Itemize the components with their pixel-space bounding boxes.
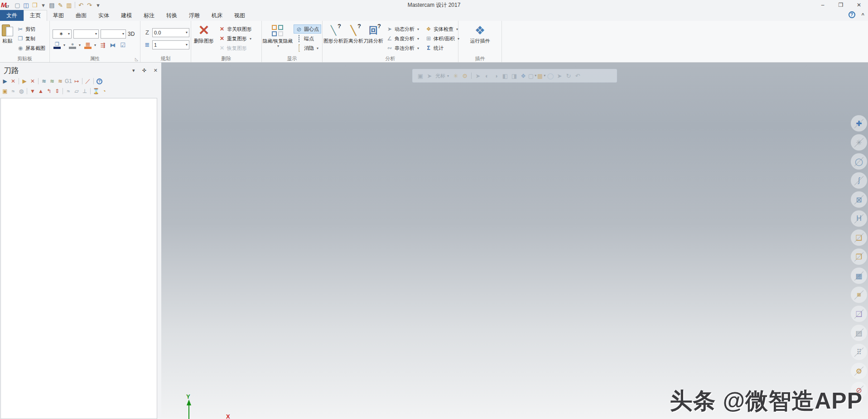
label-icon[interactable]: ❐: [851, 248, 867, 265]
tab-machine[interactable]: 机床: [206, 10, 228, 21]
hide-unhide-button[interactable]: 隐藏/恢复隐藏 ▾: [263, 22, 293, 55]
statistics-button[interactable]: Σ 统计: [423, 44, 462, 53]
validate-select-icon[interactable]: ➤: [555, 72, 564, 80]
mastercam-logo[interactable]: M 17: [1, 1, 12, 9]
analyze-entity-button[interactable]: ╲ ? 图形分析: [323, 22, 343, 55]
paste-button[interactable]: 粘贴: [1, 22, 14, 55]
collapse-ribbon-icon[interactable]: ^: [862, 12, 864, 18]
minimize-button[interactable]: –: [814, 0, 832, 10]
save-icon[interactable]: ◫: [22, 1, 30, 9]
analyze-dynamic-button[interactable]: ➤ 动态分析 ▾: [384, 24, 421, 34]
select-face-icon[interactable]: ◧: [501, 72, 509, 80]
insert-arrow-icon[interactable]: ↰: [45, 87, 53, 95]
graphics-viewport[interactable]: ▣➤ 光标 ▾ ✳⚙➤◐◑◧◨❖▢▾▩▾◯➤↻↶ ✚✳◯ʃ⊠H❏❐▦■❑▤⠿⚙⊘…: [161, 63, 868, 419]
create-point-icon[interactable]: ✚: [851, 115, 867, 132]
tab-wireframe[interactable]: 草图: [47, 10, 70, 21]
run-addin-button[interactable]: ❖ 运行插件: [468, 22, 493, 55]
settings-gear-icon[interactable]: ⚙: [851, 363, 867, 379]
regenerate-all-icon[interactable]: ≋: [40, 77, 48, 85]
checklist-panel-icon[interactable]: ▤: [851, 325, 867, 341]
help-icon[interactable]: ?: [849, 11, 855, 18]
select-toolpath-icon[interactable]: ▶: [20, 77, 29, 85]
range-select-icon[interactable]: ◯: [546, 72, 555, 80]
delete-entities-button[interactable]: ✕ 删除图形: [192, 22, 216, 55]
delete-duplicates-button[interactable]: ✕ 重复图形 ▾: [217, 34, 254, 43]
deselect-toolpath-icon[interactable]: ✕: [29, 77, 37, 85]
zip2go-icon[interactable]: ▥: [65, 1, 73, 9]
endpoints-toggle[interactable]: 端点: [294, 34, 321, 43]
panel-menu-chevron-icon[interactable]: ▾: [132, 68, 135, 73]
ghost-operations-icon[interactable]: ◍: [17, 87, 25, 95]
only-display-geometry-icon[interactable]: ▱: [72, 87, 81, 95]
regenerate-dirty-icon[interactable]: ≋: [56, 77, 64, 85]
tab-art[interactable]: 浮雕: [183, 10, 206, 21]
open-caret-icon[interactable]: ▾: [39, 1, 48, 9]
print-icon[interactable]: ▤: [48, 1, 56, 9]
blank-button[interactable]: 消隐 ▾: [294, 44, 321, 53]
move-down-icon[interactable]: ▼: [29, 87, 37, 95]
sketch-entities-icon[interactable]: ✳: [851, 134, 867, 151]
rectangle-icon[interactable]: ⊠: [851, 191, 867, 208]
line-width-select[interactable]: ▾: [101, 29, 126, 39]
toolpaths-tree-area[interactable]: [0, 98, 157, 419]
set-attributes-icon[interactable]: ⇶: [99, 42, 107, 49]
redo-icon[interactable]: ↷: [85, 1, 94, 9]
solid-cube-icon[interactable]: ■: [851, 287, 867, 303]
edit-file-icon[interactable]: ✎: [56, 1, 65, 9]
select-all-operations-icon[interactable]: ▶: [1, 77, 9, 85]
unlock-icon[interactable]: ▣: [416, 72, 424, 80]
volume-area-button[interactable]: ⊞ 体积/面积 ▾: [423, 34, 462, 43]
tab-solids[interactable]: 实体: [92, 10, 115, 21]
analyze-distance-button[interactable]: ╲ ? 距离分析: [343, 22, 363, 55]
analyze-toolpath-button[interactable]: 回 ? 刀路分析: [363, 22, 383, 55]
undo-icon[interactable]: ↶: [77, 1, 85, 9]
g1-backplot-icon[interactable]: G1: [64, 77, 72, 85]
toolpath-display-icon[interactable]: ≈: [9, 87, 17, 95]
attributes-dialog-launcher-icon[interactable]: ◿: [135, 58, 140, 61]
toolpath-export-icon[interactable]: ↦: [72, 77, 81, 85]
edit-toolpath-icon[interactable]: ／: [84, 77, 92, 85]
dimension-icon[interactable]: H: [851, 210, 867, 227]
spline-icon[interactable]: ʃ: [851, 172, 867, 189]
close-button[interactable]: ✕: [850, 0, 868, 10]
attributes-manager-icon[interactable]: ☑: [119, 42, 127, 49]
select-last-icon[interactable]: ◐: [483, 72, 491, 80]
screenshot-button[interactable]: ◉ 屏幕截图: [15, 44, 48, 53]
analyze-angle-button[interactable]: ∠ 角度分析 ▾: [384, 34, 421, 43]
single-select-icon[interactable]: ➤: [474, 72, 482, 80]
help-icon[interactable]: ?: [96, 78, 102, 84]
entity-color-button[interactable]: ❐: [53, 42, 62, 49]
scroll-insert-icon[interactable]: ⇕: [53, 87, 61, 95]
tab-drafting[interactable]: 标注: [138, 10, 160, 21]
regenerate-selected-icon[interactable]: ≋: [48, 77, 56, 85]
hourglass-icon[interactable]: ⌛: [92, 87, 100, 95]
level-select[interactable]: 1 ▾: [152, 40, 189, 49]
window-select-icon[interactable]: ▢▾: [528, 72, 536, 80]
tab-surfaces[interactable]: 曲面: [70, 10, 92, 21]
new-file-icon[interactable]: ▢: [13, 1, 22, 9]
post-select-icon[interactable]: ⊥: [81, 87, 89, 95]
cursor-select-icon[interactable]: ➤: [425, 72, 434, 80]
select-plane-icon[interactable]: ◑: [492, 72, 500, 80]
z-depth-select[interactable]: 0.0 ▾: [152, 28, 189, 37]
qat-customize-icon[interactable]: ▾: [94, 1, 102, 9]
circle-icon[interactable]: ◯: [851, 153, 867, 170]
solid-check-button[interactable]: ❖ 实体检查 ▾: [423, 24, 462, 34]
only-display-selected-icon[interactable]: ≈: [64, 87, 72, 95]
tab-model-prep[interactable]: 建模: [115, 10, 138, 21]
open-folder-icon[interactable]: ❒: [30, 1, 39, 9]
rotate-select-icon[interactable]: ↻: [564, 72, 573, 80]
note-icon[interactable]: ❏: [851, 229, 867, 246]
autocursor-icon[interactable]: ✳: [452, 72, 460, 80]
delete-non-associative-button[interactable]: ✕ 非关联图形: [217, 24, 254, 34]
wireframe-cube-icon[interactable]: ▦: [851, 268, 867, 284]
tab-transform[interactable]: 转换: [160, 10, 183, 21]
line-style-select[interactable]: ▾: [73, 29, 99, 39]
pin-icon[interactable]: ✜: [142, 68, 146, 73]
move-up-icon[interactable]: ▲: [37, 87, 45, 95]
undo-select-icon[interactable]: ↶: [574, 72, 582, 80]
layers-icon[interactable]: ❑: [851, 306, 867, 322]
tab-file[interactable]: 文件: [0, 10, 24, 21]
select-solids-cube-icon[interactable]: ❖: [519, 72, 527, 80]
polygon-select-icon[interactable]: ▩▾: [537, 72, 545, 80]
